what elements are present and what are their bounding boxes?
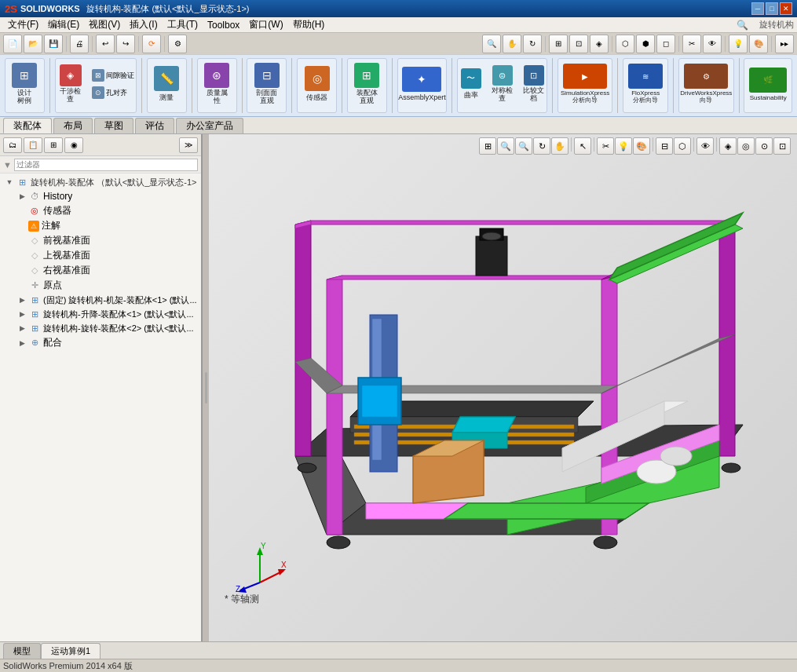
interference-check-btn[interactable]: ◈ 干涉检查: [54, 60, 87, 108]
sim-btn[interactable]: ▶ SimulationXpress分析向导: [558, 60, 612, 108]
sustainability-btn[interactable]: 🌿 Sustainability: [745, 60, 791, 108]
tab-motion[interactable]: 运动算例1: [41, 643, 101, 659]
section-view-btn[interactable]: ✂: [682, 35, 701, 53]
display-wire-btn[interactable]: ⬢: [636, 35, 655, 53]
menu-item-edit[interactable]: 编辑(E): [43, 16, 84, 33]
vp-select-btn[interactable]: ↖: [574, 137, 591, 155]
menu-item-window[interactable]: 窗口(W): [244, 16, 287, 33]
tree-item-frame[interactable]: ▶ ⊞ (固定) 旋转机构-机架-装配体<1> (默认...: [2, 293, 199, 307]
mate-toggle[interactable]: ▶: [16, 337, 28, 349]
save-button[interactable]: 💾: [44, 35, 63, 53]
panel-btn-4[interactable]: ◉: [64, 137, 83, 153]
rotate-toggle[interactable]: ▶: [16, 322, 28, 334]
lift-toggle[interactable]: ▶: [16, 308, 28, 320]
panel-collapse-btn[interactable]: ≫: [179, 137, 198, 153]
options-button[interactable]: ⚙: [168, 35, 187, 53]
display-hidden-btn[interactable]: ◻: [656, 35, 675, 53]
menu-item-help[interactable]: 帮助(H): [288, 16, 330, 33]
mass-btn[interactable]: ⊛ 质量属性: [199, 60, 235, 108]
resize-handle[interactable]: [203, 134, 209, 641]
menu-item-search[interactable]: 🔍: [732, 18, 753, 32]
appearance-btn[interactable]: 🎨: [749, 35, 768, 53]
vp-realview-btn[interactable]: ◈: [719, 137, 737, 155]
driveworks-btn[interactable]: ⚙ DriveWorksXpress向导: [679, 60, 733, 108]
close-button[interactable]: ✕: [780, 2, 792, 15]
vp-display-btn[interactable]: ⬡: [674, 137, 691, 155]
flo-btn[interactable]: ≋ FloXpress分析向导: [624, 60, 667, 108]
hole-align-btn[interactable]: ⊙ 孔对齐: [89, 85, 137, 100]
tree-item-right-plane[interactable]: ◇ 右视基准面: [2, 263, 199, 278]
display-shaded-btn[interactable]: ⬡: [616, 35, 634, 53]
menu-item-tools[interactable]: 工具(T): [163, 16, 203, 33]
vp-zoom-in-btn[interactable]: 🔍: [497, 137, 514, 155]
vp-ambient-btn[interactable]: ⊙: [755, 137, 773, 155]
root-toggle[interactable]: ▼: [3, 176, 16, 188]
view-front-btn[interactable]: ⊡: [569, 35, 588, 53]
tab-model[interactable]: 模型: [3, 643, 41, 659]
tab-evaluate[interactable]: 评估: [135, 118, 174, 133]
vp-zoom-out-btn[interactable]: 🔍: [515, 137, 532, 155]
view-rotate-btn[interactable]: ↻: [523, 35, 542, 53]
viewport[interactable]: ⊞ 🔍 🔍 ↻ ✋ ↖ ✂ 💡 🎨 ⊟ ⬡ 👁 ◈ ◎ ⊙ ⊡: [209, 134, 797, 641]
compare-btn[interactable]: ⊡ 比较文档: [519, 60, 549, 108]
design-tree-btn[interactable]: ⊞ 设计树例: [6, 60, 42, 108]
section-btn[interactable]: ⊟ 剖面面直观: [249, 60, 285, 108]
menu-item-toolbox[interactable]: Toolbox: [203, 18, 244, 32]
print-button[interactable]: 🖨: [70, 35, 89, 53]
tree-item-rotate[interactable]: ▶ ⊞ 旋转机构-旋转-装配体<2> (默认<默认...: [2, 321, 199, 335]
undo-button[interactable]: ↩: [96, 35, 115, 53]
panel-btn-2[interactable]: 📋: [24, 137, 42, 153]
hide-show-btn[interactable]: 👁: [703, 35, 722, 53]
clearance-btn[interactable]: ⊠ 间隙验证: [89, 68, 137, 83]
rebuild-button[interactable]: ⟳: [142, 35, 161, 53]
tree-item-origin[interactable]: ✛ 原点: [2, 278, 199, 293]
menu-item-file[interactable]: 文件(F): [3, 16, 43, 33]
tree-item-mate[interactable]: ▶ ⊕ 配合: [2, 335, 199, 350]
frame-toggle[interactable]: ▶: [16, 294, 28, 306]
panel-btn-3[interactable]: ⊞: [44, 137, 63, 153]
minimize-button[interactable]: ─: [751, 2, 764, 15]
tab-assembly[interactable]: 装配体: [3, 118, 52, 133]
vp-zoom-all-btn[interactable]: ⊞: [479, 137, 496, 155]
tree-item-top-plane[interactable]: ◇ 上视基准面: [2, 248, 199, 263]
view-zoom-btn[interactable]: 🔍: [482, 35, 501, 53]
more-btn[interactable]: ▸▸: [775, 35, 794, 53]
tree-item-annotation[interactable]: ⚠ 注解: [2, 218, 199, 233]
tree-item-history[interactable]: ▶ ⏱ History: [2, 189, 199, 203]
menu-item-insert[interactable]: 插入(I): [125, 16, 162, 33]
vp-pan-btn[interactable]: ✋: [551, 137, 569, 155]
tree-item-front-plane[interactable]: ◇ 前视基准面: [2, 233, 199, 248]
open-button[interactable]: 📂: [24, 35, 42, 53]
maximize-button[interactable]: □: [766, 2, 778, 15]
view-pan-btn[interactable]: ✋: [503, 35, 521, 53]
tab-sketch[interactable]: 草图: [94, 118, 133, 133]
vp-hide-btn[interactable]: 👁: [696, 137, 714, 155]
vp-appearance-btn[interactable]: 🎨: [633, 137, 650, 155]
panel-btn-1[interactable]: 🗂: [3, 137, 22, 153]
history-toggle[interactable]: ▶: [16, 190, 28, 203]
tree-item-sensor[interactable]: ◎ 传感器: [2, 203, 199, 218]
new-button[interactable]: 📄: [3, 35, 22, 53]
assembly-xpert-btn[interactable]: ✦ AssemblyXpert: [398, 60, 445, 108]
vp-shadow-btn[interactable]: ◎: [737, 137, 755, 155]
filter-input[interactable]: [14, 159, 198, 171]
measure-btn[interactable]: 📏 测量: [148, 60, 185, 108]
tab-office[interactable]: 办公室产品: [176, 118, 243, 133]
view-standard-btn[interactable]: ⊞: [549, 35, 568, 53]
vp-perspective-btn[interactable]: ⊡: [773, 137, 791, 155]
vp-rotate-btn[interactable]: ↻: [533, 137, 550, 155]
lights-btn[interactable]: 💡: [729, 35, 748, 53]
tab-layout[interactable]: 布局: [53, 118, 93, 133]
sensor-btn[interactable]: ◎ 传感器: [299, 60, 335, 108]
symmetry-btn[interactable]: ⊜ 对称检查: [488, 60, 517, 108]
view-perspective-btn[interactable]: ◈: [590, 35, 609, 53]
vp-section-btn[interactable]: ✂: [597, 137, 614, 155]
tree-root[interactable]: ▼ ⊞ 旋转机构-装配体 （默认<默认_显示状态-1>: [2, 175, 199, 189]
vp-view-orient-btn[interactable]: ⊟: [656, 137, 673, 155]
menu-item-view[interactable]: 视图(V): [84, 16, 125, 33]
curvature-btn[interactable]: 〜 曲率: [456, 60, 486, 108]
vp-lights-btn[interactable]: 💡: [615, 137, 632, 155]
tree-item-lift[interactable]: ▶ ⊞ 旋转机构-升降-装配体<1> (默认<默认...: [2, 307, 199, 321]
redo-button[interactable]: ↪: [116, 35, 135, 53]
assembly-visual-btn[interactable]: ⊞ 装配体直观: [349, 60, 385, 108]
